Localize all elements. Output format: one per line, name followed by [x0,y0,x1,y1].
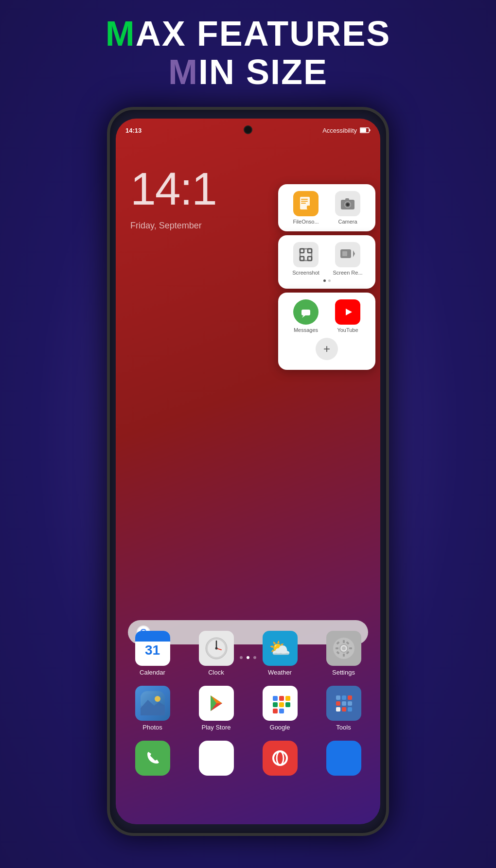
header-line2: MIN SIZE [0,53,496,91]
panel-dot-2 [328,279,331,282]
svg-rect-5 [301,201,308,202]
svg-rect-12 [345,198,349,200]
youtube-icon [339,304,356,320]
app-icon-unknown1[interactable] [190,741,243,776]
clock-face [204,636,229,660]
accessibility-label: Accessibility [322,127,357,134]
screen-record-icon [339,246,356,263]
panel-label-fileconsole: FileOnso... [293,219,319,225]
photos-icon-svg [141,691,165,715]
svg-rect-15 [308,249,312,253]
app-icon-opera[interactable] [253,741,307,776]
app-icon-photos[interactable]: Photos [126,686,179,731]
panel-label-youtube: YouTube [337,327,358,333]
battery-icon [360,127,371,133]
svg-rect-69 [348,707,352,712]
screenshot-icon [298,246,314,263]
svg-rect-1 [360,128,366,132]
google-icon [263,686,298,721]
app-icon-phone[interactable] [126,741,179,776]
panel-icon-youtube[interactable]: YouTube [328,299,367,333]
svg-point-11 [346,203,349,206]
add-app-button[interactable]: + [316,338,338,360]
svg-rect-34 [343,640,345,643]
header-line1: MAX FEATURES [0,15,496,53]
svg-rect-54 [273,702,278,707]
status-time: 14:13 [125,127,142,134]
app-icon-playstore[interactable]: Play Store [190,686,243,731]
gear-icon [332,636,356,660]
svg-rect-66 [348,701,352,706]
file-console-icon [298,196,314,211]
svg-rect-53 [279,696,284,701]
panel-dot-1 [323,279,326,282]
app-label-google: Google [270,724,290,731]
svg-rect-63 [348,695,352,700]
panel-icon-camera[interactable]: Camera [328,191,367,225]
svg-marker-19 [353,250,355,257]
app-label-tools: Tools [336,724,351,731]
panel-label-screenshot: Screenshot [292,270,319,276]
app-icon-google[interactable]: Google [253,686,307,731]
settings-icon [326,631,361,666]
google-icon-svg [268,692,292,715]
svg-rect-56 [273,709,278,713]
app-label-calendar: Calendar [140,669,165,676]
status-right: Accessibility [322,127,371,134]
svg-point-71 [277,751,283,765]
app-label-weather: Weather [268,669,292,676]
panel-icon-screenshot[interactable]: Screenshot [286,242,325,276]
app-label-settings: Settings [332,669,355,676]
app-label-clock: Clock [208,669,224,676]
panel-card-2: Screenshot Screen Re... [278,235,375,289]
panel-row-1: FileOnso... [285,191,369,225]
app-icon-weather[interactable]: ⛅ Weather [253,631,307,676]
panel-label-screenrecord: Screen Re... [333,270,362,276]
svg-rect-36 [336,647,338,649]
opera-icon [263,741,298,776]
tools-icon [326,686,361,721]
panel-dots [285,279,369,282]
panel-icon-messages[interactable]: Messages [286,299,325,333]
svg-rect-22 [301,310,310,315]
app-icon-settings[interactable]: Settings [317,631,371,676]
app-icon-unknown2[interactable] [317,741,371,776]
app-label-photos: Photos [142,724,162,731]
app-icon-clock[interactable]: Clock [190,631,243,676]
clock-icon [199,631,234,666]
header: MAX FEATURES MIN SIZE [0,15,496,91]
unknown2-icon [326,741,361,776]
panel-row-2: Screenshot Screen Re... [285,242,369,276]
svg-rect-2 [370,129,371,131]
app-icon-calendar[interactable]: 31 Calendar [126,631,179,676]
playstore-icon-svg [205,692,228,715]
panel-label-camera: Camera [338,219,357,225]
svg-rect-64 [336,701,340,706]
svg-rect-35 [343,654,345,657]
svg-rect-4 [301,199,308,200]
tools-icon-svg [332,692,355,715]
camera-icon [339,195,356,212]
svg-rect-14 [300,249,304,253]
messages-icon [298,304,314,320]
photos-icon [135,686,170,721]
app-row-1: 31 Calendar Clock [121,631,375,676]
svg-rect-13 [300,249,312,260]
svg-rect-52 [273,696,278,701]
app-row-2: Photos [121,686,375,731]
svg-rect-62 [342,695,346,700]
svg-rect-37 [349,647,352,649]
floating-panel: FileOnso... [278,184,375,370]
svg-point-70 [273,751,287,765]
header-m-purple: M [168,52,198,91]
svg-point-30 [215,647,217,650]
panel-icon-fileconsole[interactable]: FileOnso... [286,191,325,225]
camera-notch [244,125,252,134]
svg-rect-16 [300,257,304,260]
svg-rect-58 [285,696,290,701]
app-label-playstore: Play Store [202,724,231,731]
svg-point-33 [342,646,346,650]
panel-icon-screenrecord[interactable]: Screen Re... [328,242,367,276]
app-grid: 31 Calendar Clock [116,631,380,785]
app-icon-tools[interactable]: Tools [317,686,371,731]
